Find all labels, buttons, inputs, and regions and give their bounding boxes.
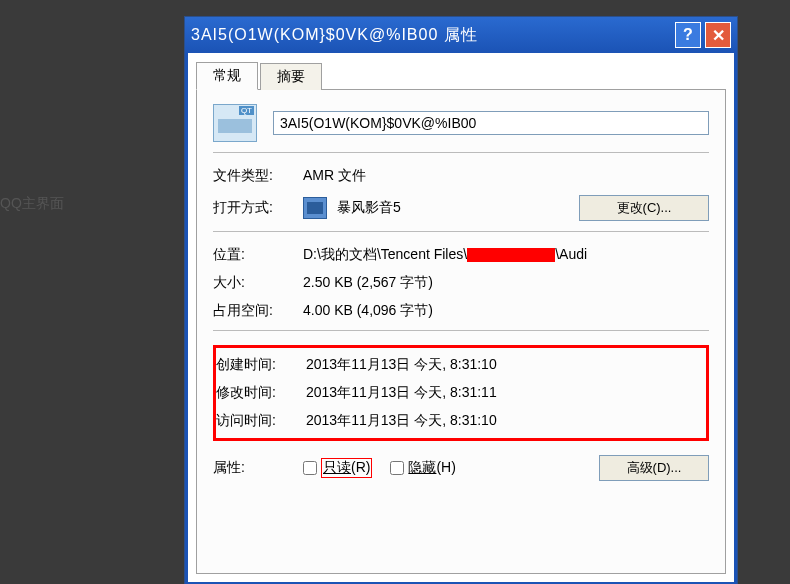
- hidden-key: (H): [436, 459, 455, 475]
- readonly-key: (R): [351, 459, 370, 475]
- hidden-checkbox[interactable]: 隐藏(H): [390, 459, 455, 477]
- divider: [213, 231, 709, 232]
- readonly-checkbox[interactable]: 只读(R): [303, 458, 372, 478]
- redacted-segment: [467, 248, 555, 262]
- location-prefix: D:\我的文档\Tencent Files\: [303, 246, 467, 262]
- readonly-text: 只读: [323, 459, 351, 475]
- location-value: D:\我的文档\Tencent Files\\Audi: [303, 246, 709, 264]
- change-button[interactable]: 更改(C)...: [579, 195, 709, 221]
- advanced-button[interactable]: 高级(D)...: [599, 455, 709, 481]
- modified-label: 修改时间:: [216, 384, 306, 402]
- created-value: 2013年11月13日 今天, 8:31:10: [306, 356, 706, 374]
- close-button[interactable]: ✕: [705, 22, 731, 48]
- help-button[interactable]: ?: [675, 22, 701, 48]
- readonly-check-input[interactable]: [303, 461, 317, 475]
- filetype-label: 文件类型:: [213, 167, 303, 185]
- tab-strip: 常规 摘要: [196, 61, 726, 89]
- general-panel: 文件类型: AMR 文件 打开方式: 暴风影音5 更改(C)... 位置: D:…: [196, 89, 726, 574]
- accessed-label: 访问时间:: [216, 412, 306, 430]
- disk-value: 4.00 KB (4,096 字节): [303, 302, 709, 320]
- openwith-label: 打开方式:: [213, 199, 303, 217]
- file-type-icon: [213, 104, 257, 142]
- dates-highlight: 创建时间: 2013年11月13日 今天, 8:31:10 修改时间: 2013…: [213, 345, 709, 441]
- disk-label: 占用空间:: [213, 302, 303, 320]
- openwith-app-name: 暴风影音5: [337, 199, 401, 215]
- background-label: QQ主界面: [0, 195, 64, 213]
- created-label: 创建时间:: [216, 356, 306, 374]
- client-area: 常规 摘要 文件类型: AMR 文件 打开方式: 暴风影音5 更改(C)...: [185, 53, 737, 584]
- hidden-text: 隐藏: [408, 459, 436, 475]
- properties-window: 3AI5(O1W(KOM}$0VK@%IB00 属性 ? ✕ 常规 摘要 文件类…: [184, 16, 738, 584]
- size-label: 大小:: [213, 274, 303, 292]
- size-value: 2.50 KB (2,567 字节): [303, 274, 709, 292]
- filetype-value: AMR 文件: [303, 167, 709, 185]
- filename-row: [213, 104, 709, 142]
- location-suffix: \Audi: [555, 246, 587, 262]
- filename-input[interactable]: [273, 111, 709, 135]
- openwith-value: 暴风影音5: [303, 197, 579, 219]
- titlebar[interactable]: 3AI5(O1W(KOM}$0VK@%IB00 属性 ? ✕: [185, 17, 737, 53]
- attributes-label: 属性:: [213, 459, 303, 477]
- hidden-check-input[interactable]: [390, 461, 404, 475]
- window-title: 3AI5(O1W(KOM}$0VK@%IB00 属性: [191, 25, 671, 46]
- accessed-value: 2013年11月13日 今天, 8:31:10: [306, 412, 706, 430]
- modified-value: 2013年11月13日 今天, 8:31:11: [306, 384, 706, 402]
- tab-summary[interactable]: 摘要: [260, 63, 322, 90]
- location-label: 位置:: [213, 246, 303, 264]
- divider: [213, 152, 709, 153]
- tab-general[interactable]: 常规: [196, 62, 258, 90]
- divider: [213, 330, 709, 331]
- app-icon: [303, 197, 327, 219]
